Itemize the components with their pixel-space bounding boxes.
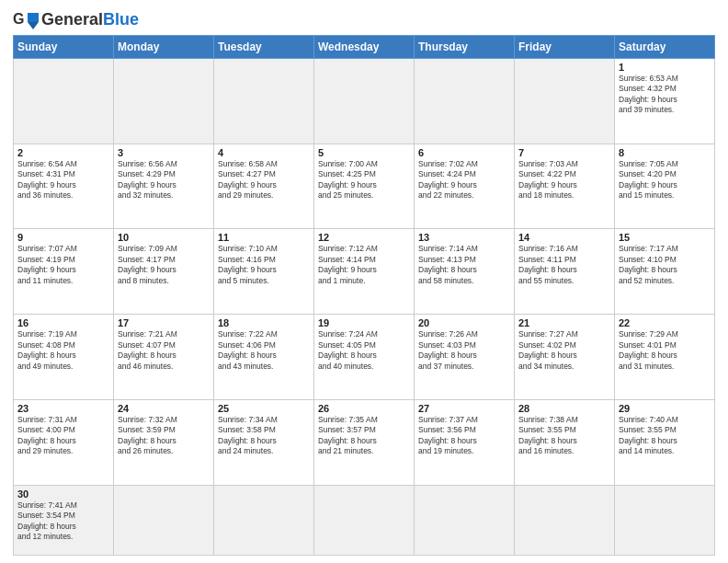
day-info: Sunrise: 7:17 AM Sunset: 4:10 PM Dayligh…: [619, 244, 711, 286]
day-info: Sunrise: 7:38 AM Sunset: 3:55 PM Dayligh…: [518, 415, 610, 457]
day-number: 8: [619, 147, 711, 158]
day-info: Sunrise: 7:12 AM Sunset: 4:14 PM Dayligh…: [318, 244, 410, 286]
calendar-cell: 20Sunrise: 7:26 AM Sunset: 4:03 PM Dayli…: [415, 315, 515, 400]
weekday-header: Tuesday: [214, 36, 314, 59]
day-info: Sunrise: 7:05 AM Sunset: 4:20 PM Dayligh…: [619, 159, 711, 201]
day-info: Sunrise: 6:53 AM Sunset: 4:32 PM Dayligh…: [619, 74, 711, 116]
day-info: Sunrise: 7:14 AM Sunset: 4:13 PM Dayligh…: [418, 244, 510, 286]
calendar-header: SundayMondayTuesdayWednesdayThursdayFrid…: [14, 36, 715, 59]
day-number: 24: [118, 403, 210, 414]
day-number: 28: [518, 403, 610, 414]
calendar-cell: [114, 485, 214, 555]
calendar-cell: 23Sunrise: 7:31 AM Sunset: 4:00 PM Dayli…: [14, 399, 114, 485]
calendar-cell: 19Sunrise: 7:24 AM Sunset: 4:05 PM Dayli…: [314, 315, 415, 400]
calendar-cell: 21Sunrise: 7:27 AM Sunset: 4:02 PM Dayli…: [515, 315, 615, 400]
calendar-cell: [314, 59, 415, 144]
day-info: Sunrise: 7:22 AM Sunset: 4:06 PM Dayligh…: [218, 329, 310, 372]
logo-text: GeneralBlue: [41, 10, 139, 29]
day-info: Sunrise: 7:24 AM Sunset: 4:05 PM Dayligh…: [318, 329, 410, 372]
calendar-cell: 3Sunrise: 6:56 AM Sunset: 4:29 PM Daylig…: [114, 144, 214, 229]
calendar-cell: 18Sunrise: 7:22 AM Sunset: 4:06 PM Dayli…: [214, 315, 314, 400]
day-number: 5: [318, 147, 410, 158]
day-number: 14: [518, 232, 610, 243]
day-number: 1: [619, 62, 711, 73]
calendar-cell: 25Sunrise: 7:34 AM Sunset: 3:58 PM Dayli…: [214, 399, 314, 485]
calendar-cell: 22Sunrise: 7:29 AM Sunset: 4:01 PM Dayli…: [615, 315, 715, 400]
header: G GeneralBlue: [13, 9, 715, 29]
calendar-cell: 24Sunrise: 7:32 AM Sunset: 3:59 PM Dayli…: [114, 399, 214, 485]
svg-marker-2: [28, 22, 39, 29]
day-info: Sunrise: 7:07 AM Sunset: 4:19 PM Dayligh…: [17, 244, 109, 286]
weekday-header: Friday: [515, 36, 615, 59]
day-info: Sunrise: 7:41 AM Sunset: 3:54 PM Dayligh…: [17, 500, 109, 543]
calendar-cell: [114, 59, 214, 144]
day-info: Sunrise: 7:37 AM Sunset: 3:56 PM Dayligh…: [418, 415, 510, 457]
day-number: 27: [418, 403, 510, 414]
calendar-cell: 5Sunrise: 7:00 AM Sunset: 4:25 PM Daylig…: [314, 144, 415, 229]
calendar-cell: 26Sunrise: 7:35 AM Sunset: 3:57 PM Dayli…: [314, 399, 415, 485]
day-number: 29: [619, 403, 711, 414]
day-number: 12: [318, 232, 410, 243]
svg-text:G: G: [13, 11, 24, 27]
calendar-cell: 13Sunrise: 7:14 AM Sunset: 4:13 PM Dayli…: [415, 229, 515, 315]
day-info: Sunrise: 7:21 AM Sunset: 4:07 PM Dayligh…: [118, 329, 210, 372]
day-info: Sunrise: 7:10 AM Sunset: 4:16 PM Dayligh…: [218, 244, 310, 286]
day-info: Sunrise: 7:29 AM Sunset: 4:01 PM Dayligh…: [619, 329, 711, 372]
day-number: 2: [17, 147, 109, 158]
calendar-cell: [615, 485, 715, 555]
day-info: Sunrise: 6:56 AM Sunset: 4:29 PM Dayligh…: [118, 159, 210, 201]
calendar-cell: [14, 59, 114, 144]
day-info: Sunrise: 7:32 AM Sunset: 3:59 PM Dayligh…: [118, 415, 210, 457]
calendar-cell: 1Sunrise: 6:53 AM Sunset: 4:32 PM Daylig…: [615, 59, 715, 144]
day-info: Sunrise: 7:09 AM Sunset: 4:17 PM Dayligh…: [118, 244, 210, 286]
day-number: 17: [118, 317, 210, 328]
weekday-header: Saturday: [615, 36, 715, 59]
calendar-cell: 27Sunrise: 7:37 AM Sunset: 3:56 PM Dayli…: [415, 399, 515, 485]
day-number: 6: [418, 147, 510, 158]
weekday-header: Sunday: [14, 36, 114, 59]
day-info: Sunrise: 7:16 AM Sunset: 4:11 PM Dayligh…: [518, 244, 610, 286]
day-number: 25: [218, 403, 310, 414]
day-info: Sunrise: 6:58 AM Sunset: 4:27 PM Dayligh…: [218, 159, 310, 201]
calendar-cell: 14Sunrise: 7:16 AM Sunset: 4:11 PM Dayli…: [515, 229, 615, 315]
calendar-cell: 29Sunrise: 7:40 AM Sunset: 3:55 PM Dayli…: [615, 399, 715, 485]
weekday-header: Thursday: [415, 36, 515, 59]
calendar-cell: [214, 59, 314, 144]
calendar-cell: 28Sunrise: 7:38 AM Sunset: 3:55 PM Dayli…: [515, 399, 615, 485]
calendar-cell: 11Sunrise: 7:10 AM Sunset: 4:16 PM Dayli…: [214, 229, 314, 315]
day-info: Sunrise: 7:26 AM Sunset: 4:03 PM Dayligh…: [418, 329, 510, 372]
day-number: 20: [418, 317, 510, 328]
calendar: SundayMondayTuesdayWednesdayThursdayFrid…: [13, 35, 715, 556]
calendar-cell: 17Sunrise: 7:21 AM Sunset: 4:07 PM Dayli…: [114, 315, 214, 400]
calendar-cell: 7Sunrise: 7:03 AM Sunset: 4:22 PM Daylig…: [515, 144, 615, 229]
calendar-cell: [515, 485, 615, 555]
calendar-cell: [214, 485, 314, 555]
weekday-header: Monday: [114, 36, 214, 59]
day-info: Sunrise: 6:54 AM Sunset: 4:31 PM Dayligh…: [17, 159, 109, 201]
day-number: 3: [118, 147, 210, 158]
day-number: 10: [118, 232, 210, 243]
day-info: Sunrise: 7:27 AM Sunset: 4:02 PM Dayligh…: [518, 329, 610, 372]
day-info: Sunrise: 7:00 AM Sunset: 4:25 PM Dayligh…: [318, 159, 410, 201]
weekday-header: Wednesday: [314, 36, 415, 59]
day-info: Sunrise: 7:03 AM Sunset: 4:22 PM Dayligh…: [518, 159, 610, 201]
page: G GeneralBlue SundayMondayTuesdayWednesd…: [0, 0, 728, 563]
day-info: Sunrise: 7:19 AM Sunset: 4:08 PM Dayligh…: [17, 329, 109, 372]
day-info: Sunrise: 7:02 AM Sunset: 4:24 PM Dayligh…: [418, 159, 510, 201]
day-number: 9: [17, 232, 109, 243]
day-number: 21: [518, 317, 610, 328]
day-info: Sunrise: 7:35 AM Sunset: 3:57 PM Dayligh…: [318, 415, 410, 457]
calendar-cell: 2Sunrise: 6:54 AM Sunset: 4:31 PM Daylig…: [14, 144, 114, 229]
calendar-cell: 6Sunrise: 7:02 AM Sunset: 4:24 PM Daylig…: [415, 144, 515, 229]
calendar-cell: 10Sunrise: 7:09 AM Sunset: 4:17 PM Dayli…: [114, 229, 214, 315]
calendar-cell: 30Sunrise: 7:41 AM Sunset: 3:54 PM Dayli…: [14, 485, 114, 555]
calendar-cell: [515, 59, 615, 144]
day-number: 13: [418, 232, 510, 243]
calendar-cell: 15Sunrise: 7:17 AM Sunset: 4:10 PM Dayli…: [615, 229, 715, 315]
calendar-body: 1Sunrise: 6:53 AM Sunset: 4:32 PM Daylig…: [14, 59, 715, 556]
svg-marker-1: [28, 13, 39, 22]
day-number: 26: [318, 403, 410, 414]
calendar-cell: 9Sunrise: 7:07 AM Sunset: 4:19 PM Daylig…: [14, 229, 114, 315]
logo-icon: G: [13, 9, 39, 29]
day-number: 11: [218, 232, 310, 243]
